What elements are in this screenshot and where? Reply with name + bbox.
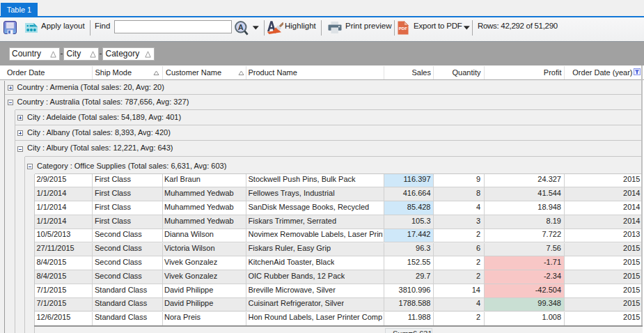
svg-text:A: A bbox=[237, 22, 243, 31]
svg-text:PDF: PDF bbox=[398, 26, 407, 31]
